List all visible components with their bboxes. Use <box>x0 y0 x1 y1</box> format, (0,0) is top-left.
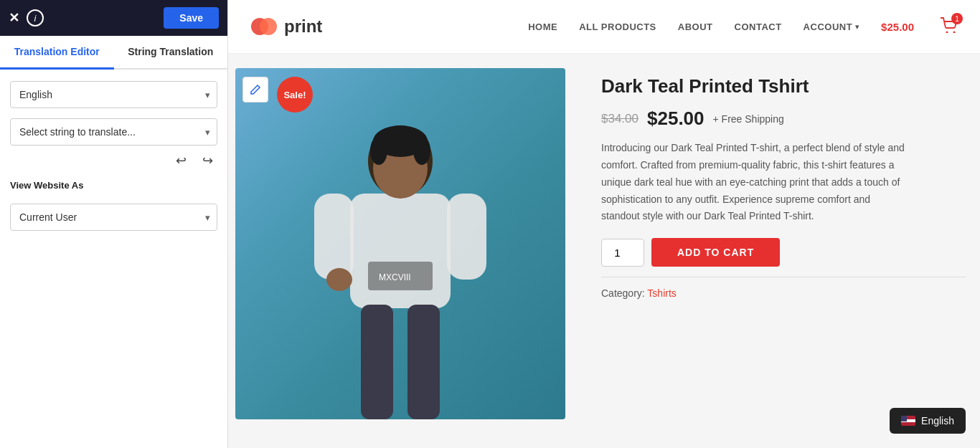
nav-account: ACCOUNT ▾ <box>804 22 860 32</box>
nav-about[interactable]: ABOUT <box>678 22 713 32</box>
nav-all-products[interactable]: ALL PRODUCTS <box>579 22 656 32</box>
svg-rect-5 <box>350 194 451 308</box>
product-title: Dark Teal Printed Tshirt <box>601 75 966 97</box>
info-button[interactable]: i <box>27 9 44 27</box>
nav-contact[interactable]: CONTACT <box>735 22 782 32</box>
tab-string-translation[interactable]: String Translation <box>114 36 228 70</box>
string-select[interactable]: Select string to translate... <box>10 118 217 146</box>
panel-header: ✕ i Save <box>0 0 227 36</box>
price-row: $34.00 $25.00 + Free Shipping <box>601 108 966 130</box>
panel-content: English French Spanish German Select str… <box>0 70 227 242</box>
cart-badge: 1 <box>951 13 963 24</box>
old-price: $34.00 <box>601 112 639 126</box>
add-to-cart-row: ADD TO CART <box>601 238 966 267</box>
product-description: Introducing our Dark Teal Printed T-shir… <box>601 140 910 225</box>
cart-icon-wrapper[interactable]: 1 <box>940 17 958 36</box>
site-preview: print HOME ALL PRODUCTS ABOUT CONTACT AC… <box>228 0 980 448</box>
new-price: $25.00 <box>647 108 705 130</box>
close-button[interactable]: ✕ <box>9 10 19 26</box>
logo: print <box>250 12 322 41</box>
panel-tabs: Translation Editor String Translation <box>0 36 227 70</box>
view-website-label: View Website As <box>10 180 217 191</box>
undo-redo-controls: ↩ ↪ <box>10 151 217 170</box>
main-content: Sale! MXCVIII <box>228 54 980 448</box>
svg-rect-11 <box>361 305 393 419</box>
logo-icon <box>250 12 278 41</box>
user-select-wrapper: Current User Guest Admin <box>10 204 217 231</box>
user-select[interactable]: Current User Guest Admin <box>10 204 217 231</box>
svg-point-3 <box>953 32 956 34</box>
language-select-wrapper: English French Spanish German <box>10 81 217 108</box>
nav-home[interactable]: HOME <box>528 22 557 32</box>
svg-rect-9 <box>447 194 486 280</box>
sale-badge: Sale! <box>277 77 313 113</box>
svg-point-16 <box>370 136 387 165</box>
category-label: Category: <box>601 287 645 299</box>
logo-text: print <box>284 16 322 37</box>
category-row: Category: Tshirts <box>601 287 966 299</box>
account-chevron-icon: ▾ <box>855 22 859 32</box>
translation-panel: ✕ i Save Translation Editor String Trans… <box>0 0 228 448</box>
quantity-input[interactable] <box>601 239 644 267</box>
svg-point-2 <box>946 32 948 34</box>
svg-point-10 <box>326 268 352 291</box>
svg-rect-8 <box>314 194 354 280</box>
add-to-cart-button[interactable]: ADD TO CART <box>651 238 780 267</box>
svg-point-17 <box>413 136 430 165</box>
panel-header-left: ✕ i <box>9 9 44 27</box>
product-image-area: Sale! MXCVIII <box>235 68 580 448</box>
undo-button[interactable]: ↩ <box>171 151 191 170</box>
free-shipping: + Free Shipping <box>713 113 784 125</box>
language-switcher-label: English <box>921 415 954 426</box>
language-select[interactable]: English French Spanish German <box>10 81 217 108</box>
nav-links: HOME ALL PRODUCTS ABOUT CONTACT ACCOUNT … <box>528 17 958 36</box>
nav-account-link[interactable]: ACCOUNT <box>804 22 853 32</box>
redo-button[interactable]: ↪ <box>198 151 217 170</box>
product-details: Dark Teal Printed Tshirt $34.00 $25.00 +… <box>601 68 966 448</box>
nav-price: $25.00 <box>881 21 914 33</box>
string-select-wrapper: Select string to translate... <box>10 118 217 146</box>
flag-icon <box>901 416 915 426</box>
save-button[interactable]: Save <box>164 7 219 29</box>
tab-translation-editor[interactable]: Translation Editor <box>0 36 114 70</box>
svg-point-1 <box>260 18 277 35</box>
svg-text:MXCVIII: MXCVIII <box>379 272 411 282</box>
product-person-svg: MXCVIII <box>235 68 565 419</box>
product-image: MXCVIII <box>235 68 565 419</box>
category-link[interactable]: Tshirts <box>647 287 676 299</box>
site-navigation: print HOME ALL PRODUCTS ABOUT CONTACT AC… <box>228 0 980 54</box>
divider <box>601 277 966 277</box>
language-switcher[interactable]: English <box>890 408 966 434</box>
edit-image-button[interactable] <box>242 77 268 103</box>
svg-rect-12 <box>407 305 440 419</box>
